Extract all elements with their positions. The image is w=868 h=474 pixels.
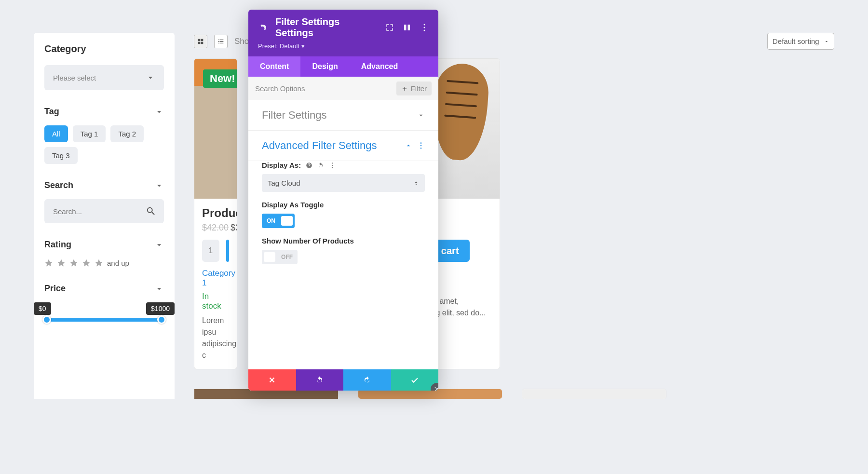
columns-icon[interactable] xyxy=(403,23,411,32)
grid-icon xyxy=(197,38,204,45)
chevron-down-icon xyxy=(417,111,425,119)
show-number-toggle[interactable]: OFF xyxy=(262,250,298,264)
chevron-down-icon xyxy=(154,240,164,250)
old-price: $42.00 xyxy=(202,223,229,232)
and-up-label: and up xyxy=(107,259,129,267)
help-icon[interactable] xyxy=(306,162,312,169)
price-slider[interactable] xyxy=(44,318,164,322)
search-field-wrap xyxy=(44,199,164,223)
more-icon[interactable] xyxy=(329,162,336,169)
new-badge: New! xyxy=(203,69,237,88)
search-icon[interactable] xyxy=(146,206,156,217)
quantity-input[interactable]: 1 xyxy=(202,240,219,262)
chevron-down-icon xyxy=(154,181,164,190)
redo-icon xyxy=(363,376,371,384)
category-heading: Category xyxy=(44,43,164,54)
accordion-title: Advanced Filter Settings xyxy=(262,139,377,152)
display-as-value: Tag Cloud xyxy=(268,179,300,187)
tag-all[interactable]: All xyxy=(44,125,68,142)
panel-header: Filter Settings Settings Preset: Default… xyxy=(248,10,438,56)
toggle-field: Display As Toggle ON xyxy=(248,201,438,237)
tag-item[interactable]: Tag 1 xyxy=(73,125,106,142)
panel-tabs: Content Design Advanced xyxy=(248,56,438,77)
slider-handle-min[interactable] xyxy=(42,315,51,324)
star-icon xyxy=(57,258,66,267)
cancel-button[interactable] xyxy=(248,369,296,391)
price-section-toggle[interactable]: Price xyxy=(44,284,164,294)
tab-content[interactable]: Content xyxy=(248,56,300,77)
display-as-field: Display As: Tag Cloud xyxy=(248,161,438,201)
panel-title: Filter Settings Settings xyxy=(275,16,377,39)
stock-label: In stock xyxy=(202,292,229,311)
grid-view-button[interactable] xyxy=(194,35,207,48)
chevron-down-icon xyxy=(154,107,164,117)
tag-item[interactable]: Tag 2 xyxy=(110,125,144,142)
list-icon xyxy=(217,38,225,45)
tag-cloud: All Tag 1 Tag 2 Tag 3 xyxy=(44,125,164,164)
search-input[interactable] xyxy=(52,207,146,216)
tab-advanced[interactable]: Advanced xyxy=(350,56,409,77)
display-as-toggle[interactable]: ON xyxy=(262,214,295,228)
preset-label[interactable]: Preset: Default ▾ xyxy=(258,42,429,50)
slider-handle-max[interactable] xyxy=(157,315,166,324)
rating-filter[interactable]: and up xyxy=(44,258,164,267)
show-number-label: Show Number Of Products xyxy=(262,237,354,245)
price-value: $38 xyxy=(231,223,237,232)
more-icon[interactable] xyxy=(417,142,425,149)
tag-heading: Tag xyxy=(44,107,59,117)
tag-section-toggle[interactable]: Tag xyxy=(44,107,164,117)
check-icon xyxy=(410,376,419,384)
product-category-link[interactable]: Category 1 xyxy=(202,269,229,288)
category-placeholder: Please select xyxy=(53,74,96,82)
filter-button-label: Filter xyxy=(411,84,427,93)
search-options-label[interactable]: Search Options xyxy=(255,84,305,93)
toggle-label: Display As Toggle xyxy=(262,201,324,209)
toggle-off-text: OFF xyxy=(278,254,296,260)
product-card: New! Product $42.00$38 1 Category 1 In s… xyxy=(194,58,237,369)
product-description: Lorem ipsuadipiscing c xyxy=(202,315,229,361)
price-max-label: $1000 xyxy=(146,302,175,315)
redo-button[interactable] xyxy=(343,369,391,391)
search-heading: Search xyxy=(44,180,73,190)
filter-settings-accordion[interactable]: Filter Settings xyxy=(248,100,438,131)
price-heading: Price xyxy=(44,284,66,294)
plus-icon xyxy=(401,85,408,92)
filter-settings-panel: Filter Settings Settings Preset: Default… xyxy=(248,10,438,391)
product-card xyxy=(522,389,666,399)
add-to-cart-button[interactable] xyxy=(226,240,229,262)
back-icon[interactable] xyxy=(258,23,267,32)
reset-icon[interactable] xyxy=(317,162,324,169)
product-title: Product xyxy=(202,206,229,220)
list-view-button[interactable] xyxy=(214,35,228,48)
rating-heading: Rating xyxy=(44,240,71,250)
accordion-title: Filter Settings xyxy=(262,109,327,122)
tab-design[interactable]: Design xyxy=(300,56,349,77)
add-filter-button[interactable]: Filter xyxy=(396,81,432,95)
product-price: $42.00$38 xyxy=(202,223,229,233)
panel-search-row: Search Options Filter xyxy=(248,77,438,100)
search-section-toggle[interactable]: Search xyxy=(44,180,164,190)
show-number-field: Show Number Of Products OFF xyxy=(248,237,438,273)
display-as-select[interactable]: Tag Cloud xyxy=(262,174,425,192)
sort-icon xyxy=(413,180,419,186)
expand-icon[interactable] xyxy=(385,23,394,32)
toggle-knob xyxy=(264,252,275,262)
undo-button[interactable] xyxy=(296,369,344,391)
chevron-down-icon xyxy=(154,284,164,294)
product-image: New! xyxy=(194,59,237,199)
price-min-label: $0 xyxy=(34,302,51,315)
tag-item[interactable]: Tag 3 xyxy=(44,147,78,164)
chevron-down-icon xyxy=(146,73,155,82)
category-select[interactable]: Please select xyxy=(44,65,164,90)
advanced-filter-settings-accordion[interactable]: Advanced Filter Settings xyxy=(248,131,438,161)
star-icon xyxy=(82,258,91,267)
star-icon xyxy=(69,258,78,267)
more-icon[interactable] xyxy=(420,23,429,32)
price-labels: $0 $1000 xyxy=(34,302,175,315)
chevron-up-icon xyxy=(405,142,412,149)
filter-sidebar: Category Please select Tag All Tag 1 Tag… xyxy=(34,33,175,399)
rating-section-toggle[interactable]: Rating xyxy=(44,240,164,250)
toggle-knob xyxy=(281,216,293,226)
sort-wrap: Default sorting xyxy=(767,33,834,50)
sort-select[interactable]: Default sorting xyxy=(767,33,834,50)
